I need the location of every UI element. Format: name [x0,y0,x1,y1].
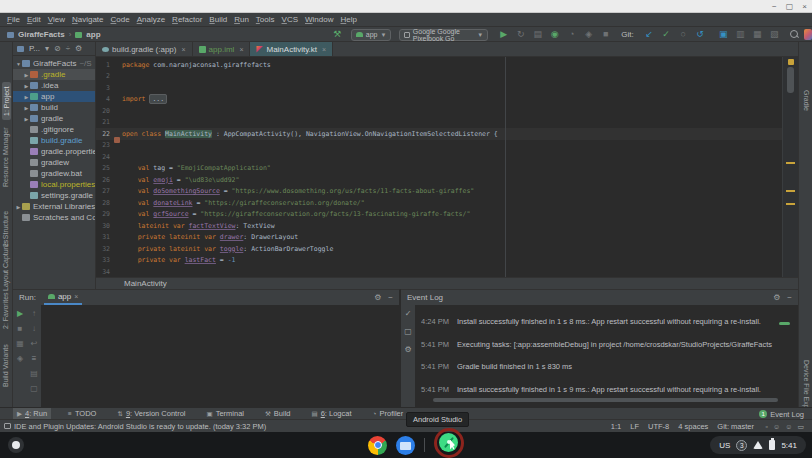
event-log-entry[interactable]: 5:41 PMInstall successfully finished in … [421,385,798,408]
warning-mark[interactable] [786,203,795,205]
soft-wrap-icon[interactable]: ↩ [31,339,38,348]
tree-item-local-properties[interactable]: local.properties [13,179,95,190]
horizontal-scrollbar[interactable] [433,398,778,402]
editor-tab-build-gradle-app-[interactable]: build.gradle (:app)× [96,42,193,56]
menu-item-vcs[interactable]: VCS [282,15,298,24]
tool-window-button-todo[interactable]: ≡TODO [64,408,100,420]
tree-item-app[interactable]: ▶app [13,91,95,102]
commit-icon[interactable]: ✓ [659,27,674,42]
menu-item-tools[interactable]: Tools [256,15,275,24]
tree-expand-arrow[interactable]: ▶ [23,105,30,111]
tree-item-gradle[interactable]: ▶gradle [13,113,95,124]
device-select[interactable]: Google Google Pixelbook Go▼ [399,29,488,41]
write-lock-icon[interactable]: ▫ [766,423,768,430]
tree-item-external-libraries[interactable]: ▶External Libraries [13,201,95,212]
avd-manager-icon[interactable]: ▦ [750,27,765,42]
run-tab-app[interactable]: app × [44,290,82,305]
editor-scrollbar-stripe[interactable] [782,57,798,277]
tool-strip-build-variants[interactable]: Build Variants [2,344,9,387]
system-tray[interactable]: US 3 5:41 [710,436,806,454]
restore-layout-icon[interactable]: ▦ [16,339,24,348]
tree-expand-arrow[interactable]: ▶ [23,72,30,78]
restore-window-icon[interactable]: ▢ [786,0,794,13]
run-configuration-select[interactable]: app▼ [351,29,392,41]
menu-item-build[interactable]: Build [209,15,227,24]
tree-expand-arrow[interactable]: ▼ [15,61,22,67]
status-1-1[interactable]: 1:1 [611,422,621,431]
tree-item-settings-gradle[interactable]: settings.gradle [13,190,95,201]
scrollbar-thumb[interactable] [787,67,794,93]
event-log-entry[interactable]: 5:41 PMGradle build finished in 1 s 830 … [421,362,798,385]
minimize-icon[interactable]: − [388,293,393,302]
status-lf[interactable]: LF [630,422,639,431]
tree-item-build-gradle[interactable]: build.gradle [13,135,95,146]
tree-expand-arrow[interactable]: ▶ [23,83,30,89]
apply-code-changes-icon[interactable]: ▤ [530,27,545,42]
menu-item-refactor[interactable]: Refactor [172,15,202,24]
editor-tab-mainactivity-kt[interactable]: MainActivity.kt× [250,42,333,56]
chrome-icon[interactable] [368,436,387,455]
update-project-icon[interactable]: ↙ [642,27,657,42]
inspections-status-icon[interactable] [788,59,794,65]
chevron-down-icon[interactable]: ▾ [45,44,49,53]
feedback-icon[interactable]: ☺ [785,423,792,430]
menu-item-analyze[interactable]: Analyze [137,15,165,24]
menu-item-code[interactable]: Code [111,15,130,24]
tree-expand-arrow[interactable]: ▶ [23,94,30,100]
device-manager-icon[interactable]: ▧ [767,27,782,42]
files-app-icon[interactable] [396,436,415,455]
tool-strip-resource-manager[interactable]: Resource Manager [2,127,9,187]
close-tab-icon[interactable]: × [322,46,326,53]
tool-window-button-profiler[interactable]: ◔Profiler [369,408,408,420]
clear-all-icon[interactable]: ▢ [404,327,412,336]
close-tab-icon[interactable]: × [239,46,243,53]
scroll-to-end-icon[interactable]: ≡ [32,354,37,363]
tree-expand-arrow[interactable]: ▶ [15,204,22,210]
profiler-icon[interactable]: ◔ [564,27,579,42]
locate-file-icon[interactable]: ⊘ [54,44,61,53]
tree-item-gradlew[interactable]: gradlew [13,157,95,168]
tool-strip-1-project[interactable]: 1: Project [2,82,11,120]
menu-item-view[interactable]: View [48,15,65,24]
editor-breadcrumb[interactable]: MainActivity [96,277,798,289]
down-stack-trace-icon[interactable]: ↓ [32,324,36,333]
stop-icon[interactable]: ■ [598,27,613,42]
user-avatar[interactable] [804,29,812,40]
debug-icon[interactable]: ◉ [547,27,562,42]
tool-window-button-4-run[interactable]: ▶4: Run [13,408,51,420]
event-log-entry[interactable]: 4:24 PMInstall successfully finished in … [421,317,798,340]
close-window-icon[interactable]: × [802,0,807,13]
stop-icon[interactable]: ■ [18,324,23,333]
breadcrumb-item[interactable]: GiraffeFacts [18,30,65,39]
tool-window-button-build[interactable]: ⚒Build [261,408,295,420]
tree-item--gradle[interactable]: ▶.gradle [13,69,95,80]
tool-strip-layout-captures[interactable]: Layout Captures [2,240,9,291]
tool-window-button-9-version-control[interactable]: ⇅9: Version Control [113,408,189,420]
tree-item-gradlew-bat[interactable]: gradlew.bat [13,168,95,179]
warning-mark[interactable] [786,162,795,164]
menu-item-file[interactable]: File [7,15,20,24]
tree-item-gradle-properties[interactable]: gradle.properties [13,146,95,157]
run-console-output[interactable] [41,305,399,407]
sdk-manager-icon[interactable]: ▥ [733,27,748,42]
settings-gear-icon[interactable]: ⚙ [374,293,381,302]
minimize-icon[interactable]: − [787,293,792,302]
minimize-window-icon[interactable]: − [772,0,777,13]
log-settings-icon[interactable]: ⚙ [404,345,411,354]
settings-gear-icon[interactable]: ⚙ [75,44,82,53]
search-everywhere-icon[interactable] [790,30,796,39]
breadcrumb-item[interactable]: app [86,30,100,39]
tool-strip-2-favorites[interactable]: 2: Favorites [2,292,9,329]
menu-item-edit[interactable]: Edit [27,15,41,24]
clear-console-icon[interactable]: ▢ [30,384,38,393]
tree-item-build[interactable]: ▶build [13,102,95,113]
tree-expand-arrow[interactable]: ▶ [23,116,30,122]
run-icon[interactable]: ▶ [496,27,511,42]
settings-gear-icon[interactable]: ⚙ [773,293,780,302]
close-tab-icon[interactable]: × [181,46,185,53]
code-editor[interactable]: 1package com.naranjaconsal.giraffefacts2… [96,57,782,277]
project-structure-icon[interactable]: ▣ [716,27,731,42]
attach-debugger-icon[interactable]: ◈ [581,27,596,42]
event-log-entry[interactable]: 5:41 PMExecuting tasks: [:app:assembleDe… [421,340,798,363]
menu-item-window[interactable]: Window [305,15,333,24]
